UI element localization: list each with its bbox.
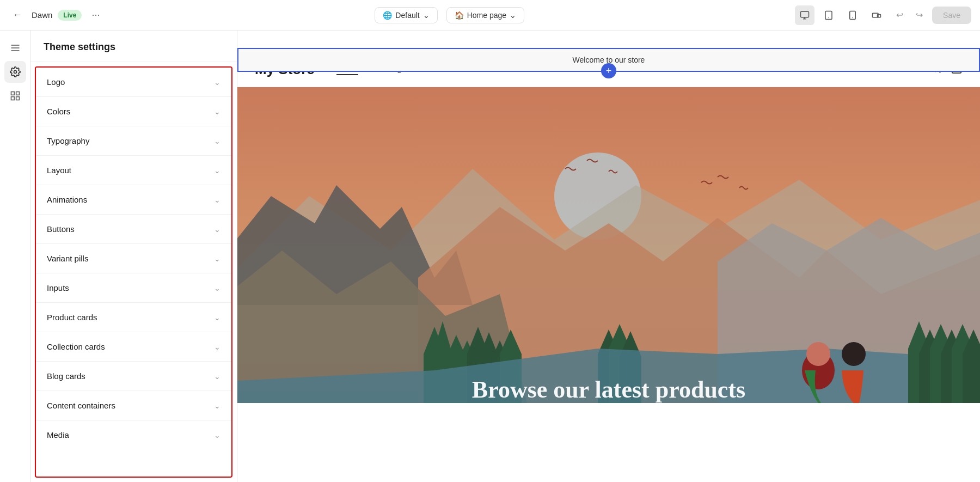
settings-item-typography[interactable]: Typography⌄	[36, 126, 231, 156]
settings-panel: Theme settings Logo⌄Colors⌄Typography⌄La…	[30, 30, 237, 482]
settings-item-label: Inputs	[47, 283, 69, 292]
settings-item-blog-cards[interactable]: Blog cards⌄	[36, 362, 231, 391]
settings-item-label: Variant pills	[47, 254, 88, 263]
chevron-right-icon: ⌄	[214, 284, 220, 292]
more-button[interactable]: ···	[87, 7, 104, 23]
topbar-right: ↩ ↪ Save	[795, 5, 971, 25]
settings-item-label: Layout	[47, 166, 71, 175]
chevron-down-icon: ⌄	[423, 11, 430, 20]
chevron-right-icon: ⌄	[214, 137, 220, 145]
settings-item-colors[interactable]: Colors⌄	[36, 97, 231, 126]
chevron-right-icon: ⌄	[214, 107, 220, 116]
topbar: ← Dawn Live ··· 🌐 Default ⌄ 🏠 Home page …	[0, 0, 980, 30]
chevron-right-icon: ⌄	[214, 343, 220, 351]
settings-item-label: Logo	[47, 77, 65, 87]
svg-rect-14	[16, 92, 19, 95]
multi-device-view-button[interactable]	[867, 5, 886, 25]
settings-icon-button[interactable]	[4, 61, 26, 83]
preview-area: Announcement bar Welcome to our store + …	[237, 30, 980, 482]
settings-panel-title: Theme settings	[30, 30, 237, 62]
svg-text:Browse our latest products: Browse our latest products	[472, 376, 745, 403]
settings-item-label: Collection cards	[47, 342, 105, 351]
homepage-label: Home page	[467, 11, 506, 20]
settings-item-logo[interactable]: Logo⌄	[36, 68, 231, 97]
settings-item-product-cards[interactable]: Product cards⌄	[36, 303, 231, 332]
svg-point-12	[14, 71, 16, 74]
chevron-right-icon: ⌄	[214, 196, 220, 204]
chevron-right-icon: ⌄	[214, 254, 220, 263]
mobile-view-button[interactable]	[843, 5, 862, 25]
settings-item-label: Colors	[47, 107, 70, 116]
settings-item-inputs[interactable]: Inputs⌄	[36, 273, 231, 303]
svg-point-28	[842, 342, 866, 366]
navigation-icon-button[interactable]	[4, 37, 26, 59]
svg-point-27	[806, 342, 830, 366]
topbar-center: 🌐 Default ⌄ 🏠 Home page ⌄	[111, 7, 788, 23]
settings-item-media[interactable]: Media⌄	[36, 420, 231, 449]
app-name: Dawn	[32, 10, 52, 20]
svg-rect-16	[16, 97, 19, 100]
preview-frame: Announcement bar Welcome to our store + …	[237, 30, 980, 482]
chevron-right-icon: ⌄	[214, 313, 220, 322]
settings-item-layout[interactable]: Layout⌄	[36, 156, 231, 185]
settings-item-label: Animations	[47, 195, 87, 204]
default-label: Default	[395, 11, 419, 20]
homepage-selector-button[interactable]: 🏠 Home page ⌄	[446, 7, 524, 23]
settings-item-label: Blog cards	[47, 371, 85, 381]
tablet-view-button[interactable]	[819, 5, 838, 25]
chevron-down-icon: ⌄	[510, 11, 516, 20]
sidebar-icons	[0, 30, 30, 482]
add-section-button[interactable]: +	[601, 63, 616, 78]
chevron-right-icon: ⌄	[214, 372, 220, 381]
settings-item-label: Buttons	[47, 224, 75, 234]
globe-icon: 🌐	[383, 11, 392, 20]
redo-button[interactable]: ↪	[910, 7, 928, 24]
save-button[interactable]: Save	[932, 7, 971, 24]
settings-item-label: Media	[47, 430, 69, 440]
live-badge: Live	[58, 10, 82, 21]
settings-item-animations[interactable]: Animations⌄	[36, 185, 231, 215]
announcement-bar-wrapper: Announcement bar Welcome to our store +	[237, 30, 980, 72]
svg-rect-13	[11, 92, 14, 95]
main-content: Theme settings Logo⌄Colors⌄Typography⌄La…	[0, 30, 980, 482]
default-selector-button[interactable]: 🌐 Default ⌄	[375, 7, 437, 23]
desktop-view-button[interactable]	[795, 5, 814, 25]
hero-image: Browse our latest products	[237, 87, 980, 403]
announcement-bar[interactable]: Welcome to our store +	[237, 48, 980, 72]
undo-redo-group: ↩ ↪	[891, 7, 928, 24]
settings-item-variant-pills[interactable]: Variant pills⌄	[36, 244, 231, 273]
settings-item-content-containers[interactable]: Content containers⌄	[36, 391, 231, 420]
undo-button[interactable]: ↩	[891, 7, 908, 24]
home-icon: 🏠	[455, 11, 464, 20]
chevron-right-icon: ⌄	[214, 166, 220, 175]
chevron-right-icon: ⌄	[214, 431, 220, 440]
settings-item-label: Typography	[47, 136, 89, 145]
topbar-left: ← Dawn Live ···	[9, 7, 104, 24]
svg-rect-15	[11, 97, 14, 100]
back-button[interactable]: ←	[9, 7, 26, 24]
settings-item-collection-cards[interactable]: Collection cards⌄	[36, 332, 231, 362]
settings-item-buttons[interactable]: Buttons⌄	[36, 215, 231, 244]
chevron-right-icon: ⌄	[214, 401, 220, 410]
settings-item-label: Content containers	[47, 401, 115, 410]
chevron-right-icon: ⌄	[214, 78, 220, 87]
sections-icon-button[interactable]	[4, 85, 26, 107]
chevron-right-icon: ⌄	[214, 225, 220, 234]
svg-rect-0	[801, 11, 809, 17]
settings-item-label: Product cards	[47, 313, 97, 322]
settings-list: Logo⌄Colors⌄Typography⌄Layout⌄Animations…	[35, 66, 232, 478]
